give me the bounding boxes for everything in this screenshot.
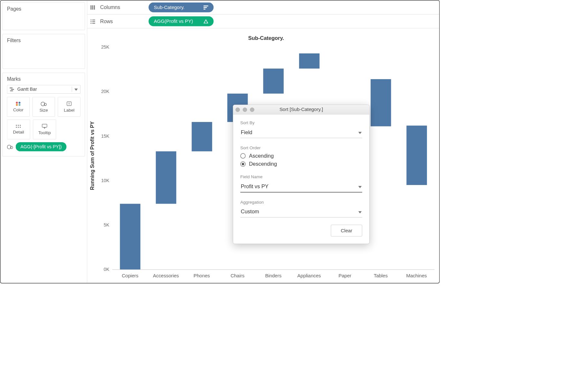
columns-icon bbox=[90, 5, 96, 10]
chart-title: Sub-Category. bbox=[98, 35, 434, 41]
bar[interactable] bbox=[371, 79, 391, 126]
svg-point-5 bbox=[16, 104, 18, 106]
rows-label: Rows bbox=[100, 18, 145, 24]
y-tick-label: 0K bbox=[104, 267, 109, 272]
window-max-icon[interactable] bbox=[250, 107, 254, 112]
filters-label: Filters bbox=[7, 38, 81, 43]
x-tick-label: Machines bbox=[399, 273, 434, 279]
x-tick-label: Tables bbox=[363, 273, 399, 279]
sort-by-select[interactable]: Field bbox=[240, 128, 362, 138]
label-card[interactable]: T Label bbox=[58, 97, 81, 116]
dialog-titlebar[interactable]: Sort [Sub-Category.] bbox=[233, 105, 369, 115]
detail-icon bbox=[15, 124, 22, 128]
y-tick-label: 15K bbox=[101, 134, 109, 139]
size-encoding-pill-label: AGG(-[Profit vs PY]) bbox=[21, 144, 62, 149]
delta-icon bbox=[204, 19, 208, 23]
bar[interactable] bbox=[299, 53, 320, 69]
color-label: Color bbox=[13, 107, 24, 113]
svg-rect-0 bbox=[10, 88, 13, 88]
window-min-icon[interactable] bbox=[243, 107, 247, 112]
bar[interactable] bbox=[156, 151, 176, 204]
svg-point-3 bbox=[16, 102, 18, 104]
detail-label: Detail bbox=[13, 130, 24, 135]
x-tick-label: Accessories bbox=[148, 273, 184, 279]
x-tick-label: Appliances bbox=[291, 273, 327, 279]
svg-rect-29 bbox=[92, 21, 95, 22]
svg-point-15 bbox=[18, 127, 19, 128]
svg-rect-31 bbox=[92, 23, 95, 23]
bar[interactable] bbox=[192, 122, 212, 151]
rows-pill[interactable]: AGG(Profit vs PY) bbox=[148, 16, 213, 26]
size-card[interactable]: Size bbox=[33, 97, 55, 116]
x-tick-label: Copiers bbox=[112, 273, 148, 279]
chevron-down-icon bbox=[358, 129, 362, 135]
tooltip-label: Tooltip bbox=[38, 130, 51, 135]
columns-shelf[interactable]: Columns Sub-Category. bbox=[87, 0, 439, 14]
chevron-down-icon bbox=[358, 183, 362, 190]
svg-rect-2 bbox=[10, 90, 13, 91]
detail-card[interactable]: Detail bbox=[7, 120, 30, 139]
bar[interactable] bbox=[406, 125, 427, 185]
svg-rect-17 bbox=[42, 124, 47, 127]
rows-pill-label: AGG(Profit vs PY) bbox=[154, 19, 193, 24]
pages-label: Pages bbox=[7, 6, 81, 12]
descending-label: Descending bbox=[249, 161, 277, 167]
field-name-select[interactable]: Profit vs PY bbox=[240, 182, 362, 192]
radio-ascending[interactable]: Ascending bbox=[240, 153, 362, 159]
svg-point-8 bbox=[44, 103, 46, 105]
label-icon: T bbox=[66, 101, 72, 106]
mark-type-value: Gantt Bar bbox=[17, 87, 37, 92]
radio-descending[interactable]: Descending bbox=[240, 161, 362, 167]
marks-label: Marks bbox=[7, 76, 81, 82]
svg-rect-27 bbox=[92, 20, 95, 20]
size-icon bbox=[41, 101, 47, 106]
y-tick-label: 20K bbox=[101, 89, 109, 94]
clear-button[interactable]: Clear bbox=[331, 225, 362, 236]
x-tick-label: Chairs bbox=[220, 273, 255, 279]
aggregation-select[interactable]: Custom bbox=[240, 207, 362, 217]
y-axis-label: Running Sum of Profit vs PY bbox=[87, 33, 98, 279]
svg-rect-21 bbox=[92, 5, 93, 9]
sort-icon bbox=[204, 5, 208, 9]
svg-point-14 bbox=[16, 127, 17, 128]
size-encoding-pill[interactable]: AGG(-[Profit vs PY]) bbox=[16, 142, 67, 151]
svg-point-19 bbox=[10, 146, 13, 149]
svg-rect-24 bbox=[204, 7, 207, 8]
y-tick-label: 10K bbox=[101, 178, 109, 183]
svg-rect-22 bbox=[94, 5, 95, 9]
svg-point-13 bbox=[20, 125, 21, 126]
filters-card: Filters bbox=[2, 34, 85, 69]
svg-point-4 bbox=[18, 102, 20, 104]
svg-point-26 bbox=[90, 19, 91, 20]
svg-rect-1 bbox=[11, 89, 14, 90]
mark-type-select[interactable]: Gantt Bar bbox=[7, 85, 81, 94]
x-tick-label: Binders bbox=[255, 273, 291, 279]
window-close-icon[interactable] bbox=[235, 107, 240, 112]
svg-point-11 bbox=[16, 125, 17, 126]
chevron-down-icon bbox=[72, 87, 78, 92]
svg-point-30 bbox=[90, 23, 91, 24]
svg-text:T: T bbox=[68, 102, 70, 106]
tooltip-icon bbox=[42, 124, 48, 129]
rows-shelf[interactable]: Rows AGG(Profit vs PY) bbox=[87, 14, 439, 28]
field-name-value: Profit vs PY bbox=[241, 183, 269, 190]
y-tick-label: 25K bbox=[101, 45, 109, 50]
clear-label: Clear bbox=[341, 228, 352, 233]
bar[interactable] bbox=[263, 69, 284, 93]
svg-point-6 bbox=[18, 104, 20, 106]
sort-order-label: Sort Order bbox=[240, 145, 362, 151]
size-encoding-icon bbox=[7, 144, 13, 149]
radio-icon bbox=[240, 153, 245, 158]
sort-by-value: Field bbox=[241, 129, 252, 135]
field-name-label: Field Name bbox=[240, 174, 362, 180]
svg-point-28 bbox=[90, 21, 91, 22]
sort-dialog: Sort [Sub-Category.] Sort By Field Sort … bbox=[233, 105, 370, 244]
bar[interactable] bbox=[120, 204, 141, 269]
aggregation-value: Custom bbox=[241, 208, 259, 215]
pages-card: Pages bbox=[2, 2, 85, 30]
color-card[interactable]: Color bbox=[7, 97, 30, 116]
tooltip-card[interactable]: Tooltip bbox=[33, 120, 56, 139]
ascending-label: Ascending bbox=[249, 153, 274, 159]
columns-pill[interactable]: Sub-Category. bbox=[148, 2, 213, 12]
radio-icon bbox=[240, 162, 245, 167]
